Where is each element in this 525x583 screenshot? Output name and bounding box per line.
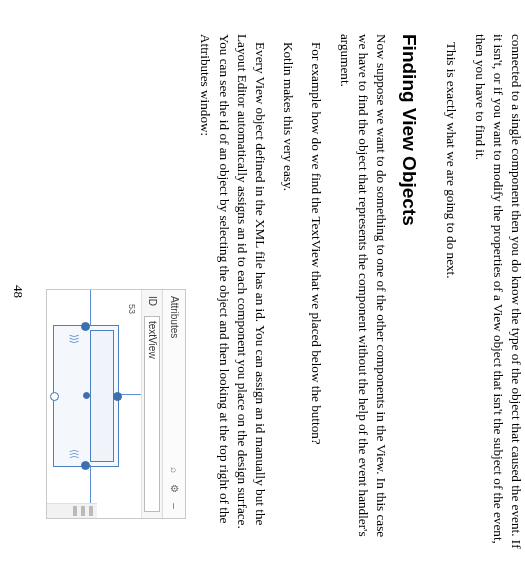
constraint-line-top <box>119 394 141 395</box>
id-label: ID <box>147 296 158 306</box>
size-label: 53 <box>127 302 137 316</box>
strip-mark <box>89 506 93 516</box>
strip-mark <box>81 506 85 516</box>
id-row: ID textView <box>141 290 162 518</box>
constraint-line-left <box>90 290 91 325</box>
spring-left-icon: ⟩⟩⟩ <box>69 334 80 343</box>
figure-wrapper: Attributes ⌕ ⚙ – ID textView 53 ⟩⟩⟩ ⟨⟨⟨ <box>46 34 186 549</box>
strip-mark <box>73 506 77 516</box>
constraint-inner-box <box>90 330 114 462</box>
paragraph: For example how do we find the TextView … <box>307 34 325 549</box>
page: connected to a single component then you… <box>0 0 525 583</box>
attributes-panel: Attributes ⌕ ⚙ – ID textView 53 ⟩⟩⟩ ⟨⟨⟨ <box>46 289 186 519</box>
anchor-left[interactable] <box>81 322 90 331</box>
anchor-top[interactable] <box>113 392 122 401</box>
paragraph: Every View object defined in the XML fil… <box>196 34 269 549</box>
page-number: 48 <box>10 34 26 549</box>
section-heading: Finding View Objects <box>398 34 420 549</box>
paragraph: Kotlin makes this very easy. <box>279 34 297 549</box>
id-input[interactable]: textView <box>144 316 160 512</box>
constraint-line-right <box>90 465 91 505</box>
paragraph: connected to a single component then you… <box>470 34 525 549</box>
paragraph: This is exactly what we are going to do … <box>442 34 460 549</box>
paragraph: Now suppose we want to do something to o… <box>335 34 390 549</box>
minimize-icon[interactable]: – <box>168 500 180 512</box>
gear-icon[interactable]: ⚙ <box>168 482 180 494</box>
spring-right-icon: ⟨⟨⟨ <box>69 449 80 458</box>
anchor-center[interactable] <box>83 392 90 399</box>
constraint-canvas: 53 ⟩⟩⟩ ⟨⟨⟨ <box>47 290 141 518</box>
search-icon[interactable]: ⌕ <box>168 464 180 476</box>
anchor-bottom[interactable] <box>50 392 59 401</box>
attributes-header: Attributes ⌕ ⚙ – <box>162 290 185 518</box>
attributes-title: Attributes <box>169 296 180 338</box>
constraint-outer-box: ⟩⟩⟩ ⟨⟨⟨ <box>53 325 119 467</box>
right-strip <box>47 503 97 518</box>
anchor-right[interactable] <box>81 461 90 470</box>
